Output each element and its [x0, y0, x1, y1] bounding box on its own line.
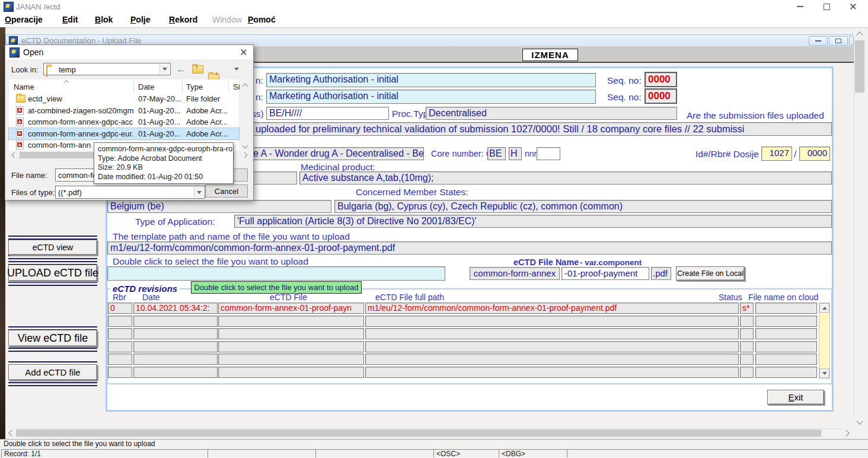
revision-cell-file[interactable]: common-form-annex-01-proof-payn — [218, 303, 364, 314]
revisions-scrollbar[interactable] — [819, 303, 830, 379]
file-row[interactable]: Aat-combined-ziagen-sol20mgml01-Aug-20..… — [9, 105, 239, 116]
files-of-type-dropdown-icon[interactable] — [194, 187, 204, 198]
cms-field-1[interactable]: Belgium (be) — [107, 200, 331, 213]
revision-cell-status[interactable]: s* — [740, 303, 754, 314]
revisions-scroll-up-icon[interactable] — [819, 303, 829, 313]
menu-item-polje[interactable]: Polje — [130, 15, 150, 24]
core-cc-field[interactable]: BE — [487, 147, 506, 160]
seq-no-field-2[interactable]: 0000 — [644, 88, 677, 104]
revision-cell-status[interactable] — [740, 316, 754, 327]
column-divider[interactable] — [133, 81, 134, 93]
revision-cell-path[interactable]: m1/eu/12-form/common/common-form-annex-0… — [365, 303, 739, 314]
view-menu-dropdown-icon[interactable] — [234, 68, 239, 71]
revision-cell-cloud[interactable] — [755, 341, 817, 352]
revision-cell-rbr[interactable] — [108, 354, 132, 365]
submission-type-field[interactable]: Marketing Authorisation - initial — [266, 73, 596, 87]
menu-item-rekord[interactable]: Rekord — [169, 15, 197, 24]
dialog-titlebar[interactable]: Open — [5, 45, 253, 59]
file-row[interactable]: ectd_view07-May-20...File folder — [9, 93, 239, 104]
look-in-combo[interactable]: temp — [43, 63, 171, 75]
menu-item-window[interactable]: Window — [212, 15, 242, 24]
revision-cell-date[interactable] — [133, 316, 218, 327]
menu-item-edit[interactable]: Edit — [62, 15, 78, 24]
mdi-scroll-down-icon[interactable] — [854, 416, 866, 427]
template-path-field[interactable]: m1/eu/12-form/common/common-form-annex-0… — [107, 241, 832, 255]
seq-no-field-1[interactable]: 0000 — [644, 72, 677, 87]
file-col-date[interactable]: Date — [138, 82, 154, 91]
inner-minimize-icon[interactable] — [809, 36, 828, 46]
file-list-scroll-left-icon[interactable] — [9, 151, 18, 160]
revision-cell-file[interactable] — [218, 367, 364, 378]
revision-cell-cloud[interactable] — [755, 316, 817, 327]
revision-cell-date[interactable] — [133, 367, 218, 378]
revision-cell-rbr[interactable] — [108, 328, 132, 339]
revision-cell-path[interactable] — [365, 316, 739, 327]
revision-cell-rbr[interactable] — [108, 367, 132, 378]
component-var-field[interactable]: -01-proof-payment — [561, 267, 649, 280]
id-field[interactable]: 1027 — [761, 147, 792, 161]
revision-cell-rbr[interactable]: 0 — [108, 303, 132, 314]
file-list-scroll-right-icon[interactable] — [240, 151, 250, 160]
column-divider[interactable] — [182, 81, 183, 93]
nnr-field[interactable] — [537, 147, 560, 160]
revision-cell-status[interactable] — [740, 328, 754, 339]
proc-type-field[interactable]: Decentralised — [426, 107, 677, 120]
revision-cell-cloud[interactable] — [755, 303, 817, 314]
upload-ectd-file-button[interactable]: UPLOAD eCTD file — [8, 265, 97, 281]
files-of-type-combo[interactable]: ((*.pdf) — [55, 186, 205, 199]
revision-cell-rbr[interactable] — [108, 341, 132, 352]
file-row[interactable]: Acommon-form-annex-gdpc-acc...01-Aug-20.… — [9, 116, 239, 128]
revision-cell-status[interactable] — [740, 341, 754, 352]
revision-cell-rbr[interactable] — [108, 316, 132, 327]
file-list-scroll-down-icon[interactable] — [240, 141, 250, 151]
revision-cell-cloud[interactable] — [755, 354, 817, 365]
minimize-icon[interactable] — [795, 2, 805, 11]
revision-cell-date[interactable] — [133, 354, 218, 365]
type-of-application-field[interactable]: 'Full application (Article 8(3) of Direc… — [234, 215, 832, 228]
revision-cell-date[interactable] — [133, 341, 218, 352]
submission-type-field-2[interactable]: Marketing Authorisation - initial — [266, 90, 596, 104]
cms-field-2[interactable]: Bulgaria (bg), Cyprus (cy), Czech Republ… — [334, 200, 832, 213]
look-in-dropdown-icon[interactable] — [159, 64, 170, 74]
ectd-view-button[interactable]: eCTD view — [8, 240, 97, 255]
back-icon[interactable]: ← — [176, 63, 186, 75]
revision-cell-cloud[interactable] — [755, 367, 817, 378]
revision-cell-path[interactable] — [365, 354, 739, 365]
maximize-icon[interactable] — [822, 2, 831, 11]
mdi-scroll-left-icon[interactable] — [5, 428, 16, 438]
menu-item-operacije[interactable]: Operacije — [5, 15, 43, 24]
cancel-button[interactable]: Cancel — [205, 185, 248, 198]
revision-cell-path[interactable] — [365, 328, 739, 339]
procedure-number-field[interactable]: BE/H//// — [266, 107, 389, 120]
up-one-level-icon[interactable]: ↑ — [192, 65, 203, 74]
revisions-scroll-down-icon[interactable] — [819, 368, 829, 378]
revision-cell-file[interactable] — [218, 354, 364, 365]
file-list-scroll-up-icon[interactable] — [240, 81, 250, 90]
revision-cell-file[interactable] — [218, 316, 364, 327]
exit-button[interactable]: Exit — [767, 390, 824, 405]
mdi-hscroll-thumb[interactable] — [16, 430, 821, 437]
add-ectd-file-button[interactable]: Add eCTD file — [8, 364, 97, 380]
revision-cell-file[interactable] — [218, 328, 364, 339]
mdi-scroll-up-icon[interactable] — [854, 28, 866, 39]
revision-cell-status[interactable] — [740, 367, 754, 378]
column-divider[interactable] — [228, 81, 229, 93]
revision-cell-date[interactable] — [133, 328, 218, 339]
revision-cell-cloud[interactable] — [755, 328, 817, 339]
mdi-scroll-right-icon[interactable] — [841, 428, 852, 438]
revision-cell-file[interactable] — [218, 341, 364, 352]
mdi-vscroll-thumb[interactable] — [855, 40, 864, 93]
revision-cell-date[interactable]: 10.04.2021 05:34:2: — [133, 303, 218, 314]
menu-item-blok[interactable]: Blok — [95, 15, 113, 24]
file-select-field[interactable] — [107, 266, 445, 281]
file-col-name[interactable]: Name — [14, 82, 34, 91]
revision-cell-path[interactable] — [365, 367, 739, 378]
core-h-field[interactable]: H — [509, 147, 522, 160]
dosije-field[interactable]: 0000 — [799, 147, 830, 161]
revision-cell-path[interactable] — [365, 341, 739, 352]
menu-item-pomoć[interactable]: Pomoć — [248, 15, 276, 24]
view-ectd-file-button[interactable]: View eCTD file — [8, 330, 97, 346]
medicinal-product-field[interactable]: Active substance A,tab,(10mg); — [299, 171, 832, 185]
file-row[interactable]: Acommon-form-annex-gdpc-eur...01-Aug-20.… — [9, 128, 239, 139]
close-icon[interactable] — [848, 2, 858, 11]
